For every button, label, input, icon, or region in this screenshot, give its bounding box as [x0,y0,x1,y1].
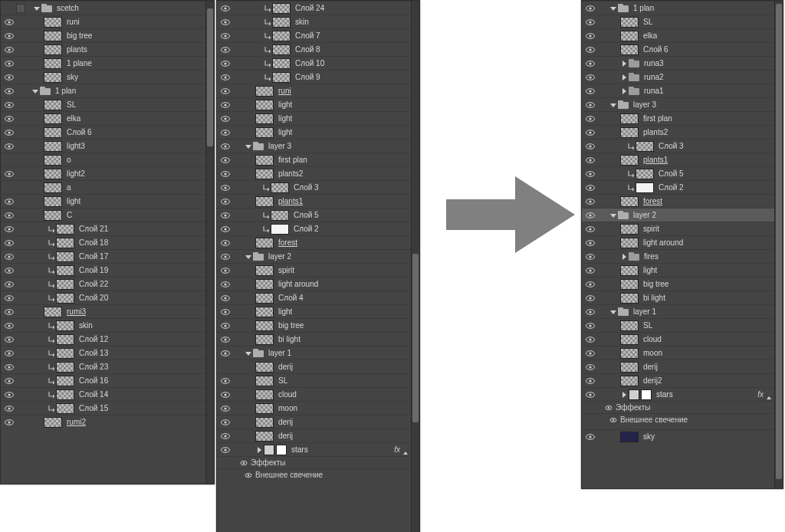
layer-row[interactable]: Слой 7 [217,28,419,42]
visibility-eye-icon[interactable] [4,334,15,345]
layer-thumbnail[interactable] [255,334,274,345]
layer-name-label[interactable]: light2 [67,167,85,181]
layer-thumbnail[interactable] [56,293,74,304]
visibility-eye-icon[interactable] [4,141,15,152]
chevron-down-icon[interactable] [609,212,617,219]
visibility-eye-icon[interactable] [4,127,15,138]
visibility-eye-icon[interactable] [585,155,596,166]
layer-name-label[interactable]: Слой 23 [79,360,108,374]
layer-name-label[interactable]: runa1 [644,84,664,98]
layer-row[interactable]: runi [1,15,214,28]
layer-thumbnail[interactable] [44,169,62,179]
layer-name-label[interactable]: big tree [278,319,304,333]
chevron-down-icon[interactable] [609,101,617,109]
layer-thumbnail[interactable] [620,44,639,55]
layer-row[interactable]: layer 3 [217,139,419,153]
layer-name-label[interactable]: light [278,98,292,112]
layer-thumbnail[interactable] [272,3,291,14]
layer-name-label[interactable]: Слой 16 [79,374,108,388]
layer-name-label[interactable]: skin [79,319,93,333]
visibility-eye-icon[interactable] [220,251,231,262]
visibility-eye-icon[interactable] [585,224,596,235]
layer-thumbnail[interactable] [255,307,274,317]
layer-thumbnail[interactable] [255,403,274,414]
layer-thumbnail[interactable] [44,31,62,41]
layer-thumbnail[interactable] [255,113,274,124]
layer-thumbnail[interactable] [271,210,289,221]
visibility-eye-icon[interactable] [4,72,15,83]
chevron-down-icon[interactable] [245,350,252,357]
layer-name-label[interactable]: Слой 12 [79,333,108,346]
layer-name-label[interactable]: o [67,153,71,167]
layer-row[interactable]: starsfx [582,387,783,401]
visibility-eye-icon[interactable] [220,431,231,442]
layer-row[interactable]: Эффекты [582,401,783,413]
layer-thumbnail[interactable] [620,113,639,124]
visibility-eye-icon[interactable] [4,251,15,262]
layer-thumbnail[interactable] [620,155,639,166]
layer-thumbnail[interactable] [255,362,274,373]
effect-visibility-icon[interactable] [245,471,252,479]
layer-row[interactable]: first plan [582,111,783,125]
layer-name-label[interactable]: Слой 24 [295,2,324,15]
layer-name-label[interactable]: Слой 14 [79,388,108,402]
layer-name-label[interactable]: Слой 9 [295,71,320,84]
visibility-eye-icon[interactable] [4,320,15,331]
layer-row[interactable]: cloud [582,332,783,346]
visibility-eye-icon[interactable] [220,127,231,138]
scroll-thumb[interactable] [412,254,419,422]
visibility-eye-icon[interactable] [4,265,15,276]
layer-row[interactable]: Слой 9 [217,70,419,84]
layer-thumbnail[interactable] [255,376,274,386]
visibility-eye-icon[interactable] [4,279,15,290]
layer-thumbnail[interactable] [272,72,291,83]
layer-thumbnail[interactable] [44,44,62,55]
layer-row[interactable]: light [582,263,783,277]
layer-name-label[interactable]: elka [643,29,657,43]
visibility-eye-icon[interactable] [220,100,231,110]
layer-thumbnail[interactable] [44,141,62,152]
layer-row[interactable]: Слой 5 [217,208,419,222]
visibility-eye-icon[interactable] [4,403,15,414]
layer-name-label[interactable]: layer 1 [268,346,291,360]
layer-name-label[interactable]: plants1 [278,195,303,209]
layer-name-label[interactable]: a [67,181,71,195]
layer-row[interactable]: derij [217,360,419,373]
layer-name-label[interactable]: Слой 15 [79,402,108,415]
chevron-down-icon[interactable] [609,5,617,12]
visibility-eye-icon[interactable] [585,293,596,304]
layer-thumbnail[interactable] [620,334,639,345]
visibility-eye-icon[interactable] [585,376,596,386]
layer-thumbnail[interactable] [56,320,74,331]
layer-name-label[interactable]: SL [643,15,652,29]
layer-row[interactable]: skin [217,15,419,28]
layer-row[interactable]: Слой 8 [217,42,419,56]
layer-thumbnail[interactable] [620,348,639,359]
visibility-eye-icon[interactable] [585,182,596,193]
layer-name-label[interactable]: Слой 3 [659,140,684,153]
layer-row[interactable]: rumi3 [1,304,214,318]
layer-thumbnail[interactable] [620,362,639,373]
layer-row[interactable]: Слой 6 [582,42,783,56]
layer-name-label[interactable]: spirit [278,264,294,277]
layer-thumbnail[interactable] [620,279,639,290]
visibility-eye-icon[interactable] [585,127,596,138]
layer-thumbnail[interactable] [636,182,654,193]
layer-row[interactable]: 1 plan [1,84,214,97]
layer-row[interactable]: bi light [217,332,419,346]
layer-name-label[interactable]: cloud [278,388,297,402]
layer-thumbnail[interactable] [44,72,62,83]
layer-name-label[interactable]: stars [656,388,673,402]
layer-thumbnail[interactable] [44,113,62,124]
visibility-eye-icon[interactable] [220,307,231,317]
layer-name-label[interactable]: 1 plan [55,84,76,98]
layer-row[interactable]: runa1 [582,84,783,97]
layer-name-label[interactable]: runi [67,15,80,29]
visibility-eye-icon[interactable] [4,113,15,124]
layer-name-label[interactable]: SL [278,374,287,388]
layer-name-label[interactable]: Слой 6 [67,126,92,140]
chevron-down-icon[interactable] [245,143,252,150]
visibility-eye-icon[interactable] [585,17,596,28]
layer-name-label[interactable]: big tree [67,29,92,43]
layer-name-label[interactable]: Слой 17 [79,250,108,264]
